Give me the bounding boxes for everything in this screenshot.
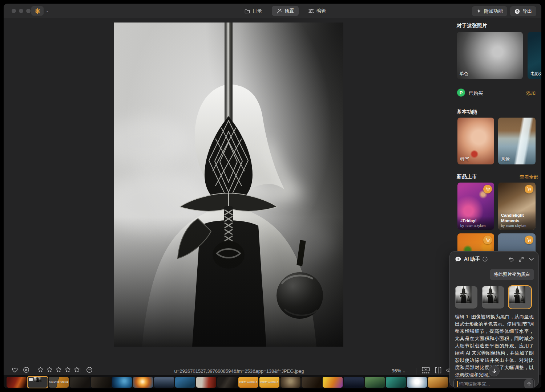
cart-badge[interactable] [525, 236, 533, 244]
filmstrip-thumb-9[interactable] [175, 377, 195, 388]
cart-badge[interactable] [525, 185, 533, 193]
tab-edit[interactable]: 编辑 [304, 6, 331, 16]
store-card-author: by Team Skylum [460, 224, 491, 228]
star-icon[interactable] [64, 366, 71, 373]
star-icon[interactable] [73, 366, 80, 373]
folder-icon [245, 9, 250, 13]
store-card-title: Candlelight Moments [501, 213, 533, 223]
store-card-overlay: Candlelight Moments by Team Skylum [498, 211, 536, 230]
zoom-level-dropdown[interactable]: 96% ⌄ [392, 368, 405, 373]
ai-variant-thumb-3[interactable] [509, 286, 531, 309]
more-options-icon[interactable] [86, 366, 93, 373]
preset-card-cinematic[interactable]: 电影效 [528, 32, 541, 79]
zoom-window-button[interactable] [26, 9, 31, 13]
filmstrip-thumb-1[interactable] [7, 377, 27, 388]
cart-icon [485, 238, 490, 242]
extras-button[interactable]: 附加功能 [472, 6, 507, 16]
section-title-whats-new: 新品上市 [457, 173, 477, 180]
filmstrip-thumb-21[interactable] [428, 377, 448, 388]
see-all-link[interactable]: 查看全部 [520, 174, 538, 180]
preset-card-label: 风景 [501, 156, 510, 162]
tab-catalog[interactable]: 目录 [240, 6, 267, 16]
ai-chat-bubble-icon [455, 256, 461, 262]
purchased-marketplace-icon: P [457, 89, 465, 97]
ai-variant-thumb-2[interactable] [482, 286, 504, 309]
filmstrip-thumb-2[interactable] [28, 377, 48, 388]
filmstrip-thumb-10[interactable] [196, 377, 216, 388]
filmstrip-thumb-6[interactable] [112, 377, 132, 388]
filmstrip-thumb-7[interactable] [133, 377, 153, 388]
add-link[interactable]: 添加 [526, 90, 536, 97]
preset-card-label: 电影效 [530, 71, 541, 77]
tab-presets[interactable]: 预置 [272, 6, 299, 16]
magic-wand-icon [276, 8, 282, 14]
photo-canvas[interactable] [114, 23, 343, 347]
filmstrip-thumb-19[interactable] [386, 377, 406, 388]
preset-card-monochrome[interactable]: 单色 [457, 32, 523, 79]
ai-prompt-input[interactable] [458, 381, 524, 387]
compare-view-icon[interactable] [434, 366, 442, 374]
filmstrip-thumb-label: PARTY ANIMALS [259, 381, 279, 383]
collapse-chevron-icon[interactable] [529, 257, 534, 261]
minimize-window-button[interactable] [19, 9, 23, 13]
filmstrip-thumb-3[interactable]: COUNTER STRIKE [49, 377, 69, 388]
send-button[interactable] [524, 379, 533, 388]
export-icon [514, 9, 520, 14]
store-card-friday[interactable]: #Friday! by Team Skylum [457, 183, 494, 230]
knight-photo-thumbnail [482, 286, 504, 309]
window-controls[interactable] [12, 9, 31, 13]
scroll-to-bottom-button[interactable] [489, 366, 500, 376]
filmstrip-thumb-12[interactable]: PARTY ANIMALS [238, 377, 258, 388]
star-icon[interactable] [55, 366, 62, 373]
knight-photo-thumbnail [509, 286, 531, 309]
star-icon[interactable] [46, 366, 53, 373]
preset-card-label: 特写 [460, 156, 469, 162]
reject-icon[interactable] [23, 366, 30, 373]
store-card-candlelight[interactable]: Candlelight Moments by Team Skylum [498, 183, 536, 230]
store-card-title: #Friday! [460, 218, 491, 223]
filmstrip-thumb-16[interactable] [323, 377, 343, 388]
app-menu-chevron-icon[interactable]: ⌄ [46, 8, 49, 13]
cart-badge[interactable] [483, 185, 492, 193]
filmstrip-thumb-14[interactable] [280, 377, 300, 388]
export-button[interactable]: 导出 [510, 6, 536, 16]
preset-card-landscape[interactable]: 风景 [498, 118, 536, 164]
ai-input-bar [453, 378, 535, 388]
purchased-icon-glyph: P [460, 90, 463, 95]
preset-card-closeup[interactable]: 特写 [457, 118, 494, 164]
ai-panel-header: AI 助手 [455, 256, 534, 263]
filmstrip-thumb-18[interactable] [365, 377, 385, 388]
filmstrip-toggle-icon[interactable] [421, 366, 430, 374]
star-icon[interactable] [37, 366, 44, 373]
filmstrip-thumb-label: COUNTER STRIKE [49, 381, 69, 383]
filmstrip-thumb-8[interactable] [154, 377, 174, 388]
favorite-heart-icon[interactable] [11, 366, 19, 373]
undo-icon[interactable] [508, 257, 514, 262]
info-icon[interactable] [483, 257, 488, 262]
tab-edit-label: 编辑 [316, 8, 326, 14]
user-message-bubble: 将此照片变为黑白 [490, 269, 534, 280]
filmstrip-thumb-15[interactable] [302, 377, 322, 388]
filmstrip-thumb-4[interactable] [70, 377, 90, 388]
filmstrip: COUNTER STRIKEPARTY ANIMALSPARTY ANIMALS… [7, 377, 490, 388]
filmstrip-thumb-17[interactable] [344, 377, 364, 388]
toolbar-divider [416, 368, 416, 375]
cart-badge[interactable] [483, 236, 492, 244]
chevron-down-icon: ⌄ [403, 369, 405, 373]
app-logo-button[interactable] [31, 6, 44, 16]
filmstrip-thumb-11[interactable] [217, 377, 237, 388]
toolbar-divider [33, 368, 33, 375]
filmstrip-thumb-5[interactable] [91, 377, 111, 388]
close-window-button[interactable] [12, 9, 16, 13]
mode-tabs: 目录 预置 [240, 4, 331, 18]
filmstrip-thumb-13[interactable]: PARTY ANIMALS [259, 377, 279, 388]
extras-button-label: 附加功能 [484, 8, 503, 15]
luminar-star-icon [35, 8, 41, 14]
knight-photo-thumbnail [455, 286, 477, 309]
expand-icon[interactable] [518, 257, 524, 262]
sparkle-icon [476, 9, 481, 14]
ai-variant-thumb-1[interactable] [455, 286, 477, 309]
star-rating[interactable] [37, 366, 80, 373]
app-screenshot: ⌄ 目录 预置 [0, 0, 545, 392]
filmstrip-thumb-20[interactable] [407, 377, 427, 388]
